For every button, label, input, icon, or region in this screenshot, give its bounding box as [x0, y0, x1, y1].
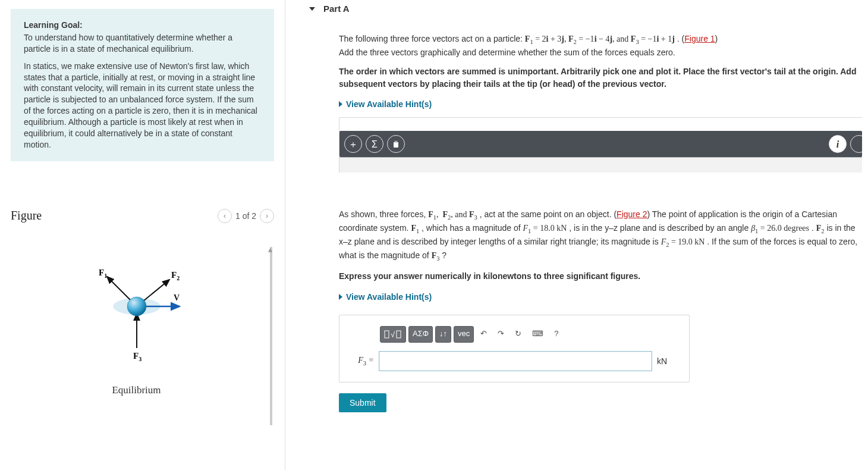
- caret-right-icon: [339, 101, 342, 107]
- learning-goal-box: Learning Goal: To understand how to quan…: [11, 9, 274, 161]
- answer-input[interactable]: [379, 351, 652, 371]
- figure-header: Figure ‹ 1 of 2 ›: [11, 209, 274, 223]
- caret-down-icon: [309, 7, 315, 11]
- figure-next-button[interactable]: ›: [260, 209, 274, 223]
- q2-i: ?: [442, 250, 446, 260]
- figure-scrollbar[interactable]: ▴: [268, 247, 274, 425]
- view-hints-a[interactable]: View Available Hint(s): [339, 98, 862, 110]
- submit-button[interactable]: Submit: [339, 393, 386, 412]
- figure-caption: Equilibrium: [11, 384, 262, 396]
- vector-toolbar: ＋ Σ i: [339, 131, 862, 157]
- redo-button[interactable]: ↷: [493, 326, 508, 343]
- q2-f3: F3: [432, 251, 440, 260]
- part-a-p1: The following three force vectors act on…: [339, 33, 862, 46]
- answer-row: F3 = kN: [350, 351, 678, 371]
- figure-2-link[interactable]: Figure 2: [617, 209, 647, 219]
- part-a-header[interactable]: Part A: [303, 0, 862, 21]
- keyboard-button[interactable]: ⌨: [528, 326, 548, 343]
- q2-f1: F1: [411, 224, 419, 233]
- second-question: As shown, three forces, F1, F2, and F3 ,…: [303, 208, 862, 412]
- svg-text:F3: F3: [133, 351, 141, 362]
- part-a-p2: Add the three vectors graphically and de…: [339, 46, 862, 58]
- svg-text:V: V: [174, 293, 180, 302]
- equation-toolbar: √ ΑΣΦ ↓↑ vec ↶ ↷ ↻ ⌨ ?: [380, 326, 678, 343]
- figure-section: Figure ‹ 1 of 2 ›: [6, 209, 279, 425]
- q2-f: .: [812, 223, 816, 233]
- figure-1-link[interactable]: Figure 1: [684, 34, 715, 43]
- figure-pager: 1 of 2: [235, 211, 256, 221]
- view-hints-b[interactable]: View Available Hint(s): [339, 291, 862, 303]
- more-button[interactable]: [850, 135, 862, 153]
- template-button[interactable]: √: [380, 326, 406, 343]
- svg-text:√: √: [391, 330, 395, 339]
- delete-button[interactable]: [387, 135, 405, 153]
- vector-canvas[interactable]: [339, 157, 862, 173]
- figure-prev-button[interactable]: ‹: [218, 209, 232, 223]
- svg-rect-10: [385, 331, 389, 338]
- q2-f1mag: F1 = 18.0 kN: [523, 224, 567, 233]
- q2-f2: F2: [816, 224, 825, 233]
- answer-box: √ ΑΣΦ ↓↑ vec ↶ ↷ ↻ ⌨ ? F3 = kN: [339, 315, 690, 383]
- scroll-up-icon: ▴: [268, 245, 274, 250]
- q2-text: As shown, three forces, F1, F2, and F3 ,…: [339, 208, 862, 263]
- figure-image: F1 F2 V F3 Equilibrium: [11, 241, 262, 396]
- hints-label-b: View Available Hint(s): [346, 291, 432, 303]
- p1-pre: The following three force vectors act on…: [339, 34, 525, 43]
- figure-body: F1 F2 V F3 Equilibrium ▴: [11, 241, 274, 425]
- learning-goal-intro: To understand how to quantitatively dete…: [24, 32, 261, 55]
- svg-point-5: [127, 297, 146, 316]
- vec-button[interactable]: vec: [454, 326, 474, 343]
- part-a-title: Part A: [323, 4, 350, 14]
- answer-label: F3 =: [350, 355, 374, 368]
- learning-goal-body: In statics, we make extensive use of New…: [24, 61, 261, 151]
- p1-math: F1 = 2i + 3j, F2 = −1i − 4j, and F3 = −1…: [525, 35, 675, 43]
- p1-close: ): [715, 34, 718, 43]
- q2-beta: β1 = 26.0 degrees: [751, 224, 809, 233]
- q2-instruct: Express your answer numerically in kilon…: [339, 270, 862, 282]
- q2-b: , act at the same point on an object. (: [480, 209, 617, 219]
- learning-goal-heading: Learning Goal:: [24, 20, 261, 31]
- part-a-body: The following three force vectors act on…: [303, 21, 862, 173]
- caret-right-icon: [339, 294, 342, 300]
- info-button[interactable]: i: [829, 135, 847, 153]
- page: Learning Goal: To understand how to quan…: [0, 0, 868, 470]
- svg-text:F1: F1: [99, 268, 107, 279]
- greek-button[interactable]: ΑΣΦ: [408, 326, 433, 343]
- figure-title: Figure: [11, 209, 42, 223]
- svg-text:F2: F2: [171, 270, 180, 281]
- equilibrium-diagram: F1 F2 V F3: [71, 265, 202, 372]
- subscript-button[interactable]: ↓↑: [435, 326, 451, 343]
- p1-post: . (: [677, 34, 684, 43]
- svg-rect-12: [397, 331, 401, 338]
- part-a-p3: The order in which vectors are summed is…: [339, 65, 862, 90]
- hints-label-a: View Available Hint(s): [346, 98, 432, 110]
- right-column: Part A The following three force vectors…: [285, 0, 862, 470]
- q2-forces: F1, F2, and F3: [428, 210, 477, 219]
- left-column: Learning Goal: To understand how to quan…: [6, 0, 285, 470]
- help-button[interactable]: ?: [550, 326, 562, 343]
- undo-button[interactable]: ↶: [476, 326, 491, 343]
- answer-unit: kN: [657, 355, 667, 367]
- q2-a: As shown, three forces,: [339, 209, 428, 219]
- q2-e: , is in the y–z plane and is described b…: [569, 223, 751, 233]
- reset-button[interactable]: ↻: [511, 326, 526, 343]
- sum-button[interactable]: Σ: [366, 135, 383, 153]
- add-vector-button[interactable]: ＋: [344, 135, 362, 153]
- figure-nav: ‹ 1 of 2 ›: [218, 209, 274, 223]
- q2-f2mag: F2 = 19.0 kN: [661, 237, 705, 246]
- q2-d: , which has a magnitude of: [422, 223, 523, 233]
